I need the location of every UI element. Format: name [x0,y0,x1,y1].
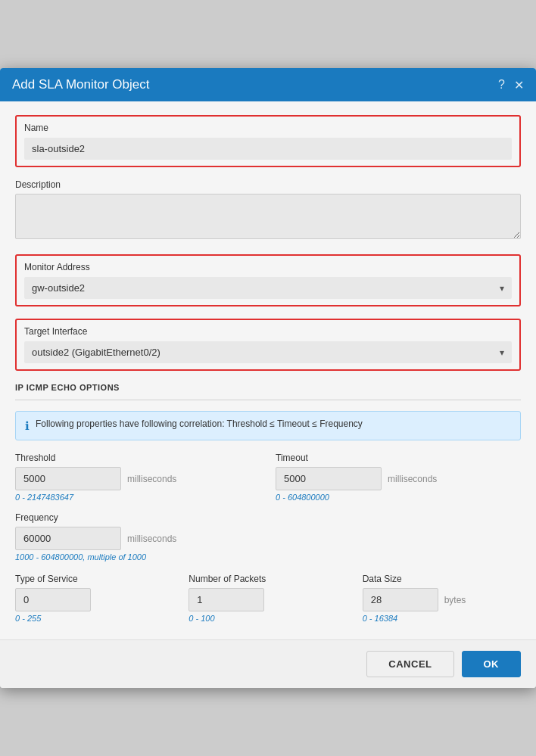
info-text: Following properties have following corr… [36,418,363,429]
timeout-col: Timeout milliseconds 0 - 604800000 [276,453,521,502]
datasize-input-group: bytes [363,588,521,611]
timeout-unit: milliseconds [388,474,437,484]
packets-range: 0 - 100 [189,614,347,623]
threshold-col: Threshold milliseconds 0 - 2147483647 [15,453,260,502]
timeout-input[interactable] [276,467,382,490]
monitor-address-group: Monitor Address gw-outside2 ▾ [15,254,521,306]
packets-col: Number of Packets 0 - 100 [189,574,347,623]
target-interface-select[interactable]: outside2 (GigabitEthernet0/2) [24,341,512,363]
header-icons: ? ✕ [498,78,524,92]
frequency-input-group: milliseconds [15,527,521,550]
threshold-timeout-row: Threshold milliseconds 0 - 2147483647 Ti… [15,453,521,502]
name-label: Name [24,123,512,133]
threshold-label: Threshold [15,453,260,463]
cancel-button[interactable]: CANCEL [366,651,453,677]
target-interface-select-wrapper: outside2 (GigabitEthernet0/2) ▾ [24,341,512,363]
threshold-unit: milliseconds [127,474,176,484]
dialog-body: Name Description Monitor Address gw-outs… [0,101,536,639]
timeout-range: 0 - 604800000 [276,493,521,502]
packets-input[interactable] [189,588,264,611]
tos-col: Type of Service 0 - 255 [15,574,173,623]
description-field-group: Description [15,179,521,242]
monitor-address-select[interactable]: gw-outside2 [24,277,512,299]
datasize-input[interactable] [363,588,438,611]
frequency-unit: milliseconds [127,534,176,544]
datasize-label: Data Size [363,574,521,584]
tos-packets-datasize-row: Type of Service 0 - 255 Number of Packet… [15,574,521,623]
tos-input[interactable] [15,588,91,611]
ok-button[interactable]: OK [462,651,522,677]
frequency-input[interactable] [15,527,121,550]
target-interface-group: Target Interface outside2 (GigabitEthern… [15,319,521,371]
frequency-group: Frequency milliseconds 1000 - 604800000,… [15,512,521,562]
timeout-label: Timeout [276,453,521,463]
name-field-group: Name [15,115,521,167]
dialog-title: Add SLA Monitor Object [12,77,149,92]
monitor-address-select-wrapper: gw-outside2 ▾ [24,277,512,299]
frequency-range: 1000 - 604800000, multiple of 1000 [15,552,521,562]
tos-range: 0 - 255 [15,614,173,623]
frequency-label: Frequency [15,512,521,523]
threshold-input-group: milliseconds [15,467,260,490]
threshold-range: 0 - 2147483647 [15,493,260,502]
datasize-unit: bytes [444,595,466,605]
icmp-section-title: IP ICMP ECHO OPTIONS [15,383,521,392]
name-input[interactable] [24,138,512,160]
description-input[interactable] [15,194,521,239]
monitor-address-label: Monitor Address [24,262,512,272]
dialog-header: Add SLA Monitor Object ? ✕ [0,68,536,101]
info-box: ℹ Following properties have following co… [15,411,521,440]
tos-label: Type of Service [15,574,173,584]
add-sla-monitor-dialog: Add SLA Monitor Object ? ✕ Name Descript… [0,68,536,688]
datasize-range: 0 - 16384 [363,614,521,623]
help-icon[interactable]: ? [498,78,505,92]
dialog-footer: CANCEL OK [0,639,536,688]
info-icon: ℹ [25,419,30,433]
tos-input-group [15,588,173,611]
threshold-input[interactable] [15,467,121,490]
section-divider [15,400,521,400]
packets-label: Number of Packets [189,574,347,584]
description-label: Description [15,179,521,190]
timeout-input-group: milliseconds [276,467,521,490]
target-interface-label: Target Interface [24,326,512,337]
datasize-col: Data Size bytes 0 - 16384 [363,574,521,623]
close-icon[interactable]: ✕ [514,78,524,92]
packets-input-group [189,588,347,611]
